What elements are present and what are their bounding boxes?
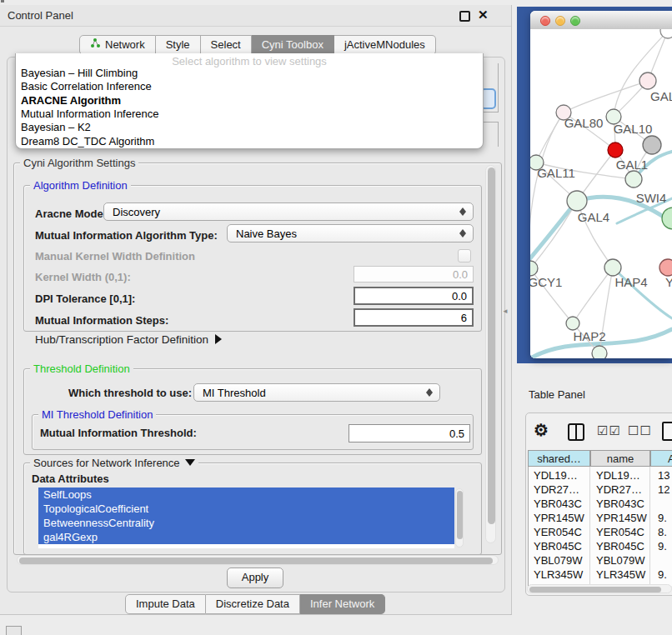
- algorithm-dropdown-popup: Select algorithm to view settings Bayesi…: [15, 53, 484, 149]
- new-document-icon[interactable]: [662, 422, 672, 441]
- table-row[interactable]: YER054CYER054C8.: [529, 525, 672, 539]
- network-node[interactable]: [592, 346, 607, 358]
- tab-jactivemnodules[interactable]: jActiveMNodules: [334, 35, 436, 55]
- settings-scrollbar-thumb[interactable]: [488, 168, 495, 524]
- network-node[interactable]: [659, 259, 672, 276]
- attribute-item[interactable]: TopologicalCoefficient: [38, 502, 454, 516]
- application-root: Control Panel ✕ NetworkStyleSelectCyni T…: [0, 0, 672, 635]
- zoom-traffic-light[interactable]: [570, 16, 580, 26]
- apply-button[interactable]: Apply: [227, 568, 283, 588]
- dpi-tolerance-input[interactable]: [354, 287, 474, 305]
- mi-threshold-label: Mutual Information Threshold:: [40, 427, 197, 439]
- tab-select[interactable]: Select: [201, 35, 252, 55]
- table-row[interactable]: YBL079WYBL079W: [529, 553, 672, 568]
- network-node[interactable]: [604, 259, 621, 276]
- control-panel-title: Control Panel: [8, 9, 73, 22]
- algorithm-option[interactable]: Basic Correlation Inference: [21, 80, 152, 93]
- network-edge[interactable]: [573, 268, 613, 323]
- tab-label: Network: [105, 36, 145, 54]
- aracne-mode-select[interactable]: Discovery: [103, 202, 474, 221]
- tab-discretize-data[interactable]: Discretize Data: [206, 594, 300, 614]
- algorithm-option[interactable]: Dream8 DC_TDC Algorithm: [21, 135, 154, 148]
- table-row[interactable]: YBR045CYBR045C9.: [529, 539, 672, 553]
- network-node[interactable]: [662, 208, 672, 229]
- column-header-shared…[interactable]: shared…: [528, 450, 590, 467]
- network-node[interactable]: [530, 261, 538, 276]
- tab-infer-network[interactable]: Infer Network: [300, 594, 385, 614]
- deselect-all-checkboxes-icon[interactable]: ☐☐: [628, 423, 652, 438]
- attribute-item[interactable]: gal4RGexp: [38, 530, 454, 544]
- table-cell: YBR043C: [534, 497, 582, 511]
- attribute-list-scrollbar[interactable]: [455, 488, 464, 548]
- table-row[interactable]: YDL19…YDL19…13: [529, 468, 672, 482]
- table-row[interactable]: YDR27…YDR27…12: [529, 482, 672, 497]
- settings-scrollbar[interactable]: [485, 165, 496, 543]
- network-node[interactable]: [625, 171, 642, 188]
- network-edge[interactable]: [564, 81, 648, 112]
- attribute-item[interactable]: SelfLoops: [38, 488, 454, 502]
- table-rows: YDL19…YDL19…13YDR27…YDR27…12YBR043CYBR04…: [528, 467, 672, 586]
- table-cell: 9.: [658, 568, 667, 582]
- mi-threshold-input[interactable]: [349, 424, 470, 442]
- hub-definition-expander[interactable]: Hub/Transcription Factor Definition: [35, 333, 222, 346]
- tab-cyni-toolbox[interactable]: Cyni Toolbox: [252, 35, 334, 55]
- tab-network[interactable]: Network: [79, 35, 156, 55]
- network-node[interactable]: [639, 72, 656, 89]
- manual-kernel-checkbox[interactable]: [458, 249, 471, 262]
- close-traffic-light[interactable]: [540, 16, 550, 26]
- table-cell: YDL19…: [596, 468, 640, 482]
- algorithm-placeholder: Select algorithm to view settings: [16, 55, 483, 68]
- spinner-down-icon: [459, 233, 466, 238]
- network-node[interactable]: [643, 136, 661, 154]
- table-cell: YPR145W: [596, 511, 647, 525]
- settings-h-scrollbar[interactable]: [17, 555, 499, 565]
- float-window-icon[interactable]: [459, 11, 470, 22]
- minimize-traffic-light[interactable]: [555, 16, 565, 26]
- spinner-down-icon: [459, 212, 466, 216]
- algorithm-option[interactable]: Bayesian – K2: [21, 121, 91, 134]
- network-edge[interactable]: [614, 31, 668, 117]
- mi-steps-input[interactable]: [354, 308, 474, 327]
- network-window-titlebar[interactable]: [530, 11, 672, 30]
- network-node[interactable]: [608, 142, 623, 158]
- table-h-scrollbar-thumb[interactable]: [529, 587, 661, 592]
- gear-icon[interactable]: ⚙: [534, 420, 549, 440]
- splitter-collapse-icon[interactable]: ◄: [502, 308, 509, 315]
- kernel-width-label: Kernel Width (0,1):: [35, 271, 131, 283]
- table-row[interactable]: YLR345WYLR345W9.: [529, 568, 672, 582]
- collapsed-panel-button[interactable]: [6, 626, 22, 635]
- column-header-name[interactable]: name: [590, 450, 650, 467]
- network-canvas[interactable]: GALGAL80GAL10GAL1GAL11SWI4GAL4GCY1HAP4YH…: [530, 29, 672, 358]
- table-h-scrollbar[interactable]: [527, 584, 672, 593]
- table-row[interactable]: YPR145WYPR145W9.: [529, 511, 672, 525]
- tab-style[interactable]: Style: [156, 35, 201, 55]
- column-header-A[interactable]: A: [650, 450, 672, 467]
- node-label-gal10: GAL10: [614, 122, 653, 136]
- mi-type-select[interactable]: Naive Bayes: [227, 224, 474, 242]
- network-edge[interactable]: [530, 112, 564, 268]
- spinner-down-icon: [426, 392, 433, 397]
- table-cell: YBR043C: [596, 497, 644, 511]
- network-node[interactable]: [567, 191, 587, 211]
- network-node[interactable]: [566, 317, 579, 330]
- manual-kernel-label: Manual Kernel Width Definition: [35, 250, 195, 262]
- network-edge[interactable]: [530, 201, 577, 258]
- attribute-list-scrollbar-thumb[interactable]: [457, 491, 463, 539]
- algorithm-option[interactable]: Bayesian – Hill Climbing: [21, 67, 138, 80]
- table-cell: YBR045C: [596, 539, 644, 553]
- algorithm-option[interactable]: Mutual Information Inference: [21, 108, 158, 121]
- which-threshold-select[interactable]: MI Threshold: [193, 383, 440, 402]
- select-all-checkboxes-icon[interactable]: ☑☑: [597, 423, 621, 438]
- attribute-item[interactable]: BetweennessCentrality: [38, 516, 454, 530]
- node-label-swi4: SWI4: [636, 191, 667, 205]
- split-columns-icon[interactable]: [568, 423, 584, 441]
- kernel-width-input[interactable]: [354, 266, 474, 282]
- close-icon[interactable]: ✕: [478, 8, 489, 22]
- tab-impute-data[interactable]: Impute Data: [125, 594, 206, 614]
- column-divider: [649, 467, 650, 584]
- table-row[interactable]: YBR043CYBR043C: [529, 497, 672, 511]
- algorithm-option[interactable]: ARACNE Algorithm: [21, 94, 121, 108]
- table-cell: YBL079W: [596, 553, 645, 568]
- sources-title[interactable]: Sources for Network Inference: [30, 457, 198, 469]
- settings-h-scrollbar-thumb[interactable]: [19, 558, 493, 564]
